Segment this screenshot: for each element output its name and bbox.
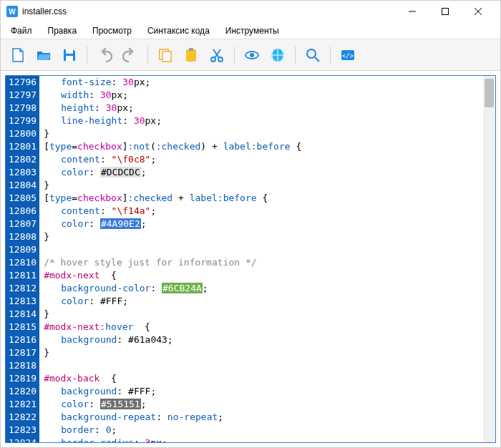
separator (147, 47, 148, 64)
save-icon[interactable] (59, 45, 79, 65)
svg-point-15 (250, 53, 254, 57)
separator (87, 47, 87, 64)
menubar: Файл Правка Просмотр Синтаксис кода Инст… (1, 22, 500, 39)
redo-icon[interactable] (120, 45, 140, 65)
titlebar: W installer.css (1, 1, 500, 22)
menu-view[interactable]: Просмотр (88, 24, 136, 37)
app-icon: W (6, 6, 18, 17)
svg-rect-1 (442, 9, 449, 15)
separator (330, 47, 331, 64)
separator (295, 47, 296, 64)
svg-rect-7 (162, 52, 171, 62)
scrollbar[interactable] (483, 76, 495, 442)
code-icon[interactable]: </> (338, 45, 358, 65)
menu-edit[interactable]: Правка (44, 24, 82, 37)
window-title: installer.css (22, 6, 396, 16)
svg-rect-5 (66, 56, 73, 61)
menu-tools[interactable]: Инструменты (221, 24, 283, 37)
svg-line-18 (315, 57, 319, 62)
copy-icon[interactable] (155, 45, 175, 65)
undo-icon[interactable] (94, 45, 115, 65)
scroll-thumb[interactable] (485, 79, 494, 107)
globe-icon[interactable] (268, 45, 288, 65)
menu-file[interactable]: Файл (6, 24, 37, 37)
svg-rect-8 (186, 49, 196, 62)
separator (234, 47, 235, 64)
svg-rect-9 (189, 48, 193, 51)
minimize-button[interactable] (396, 1, 429, 22)
editor[interactable]: 1279612797127981279912800128011280212803… (5, 75, 496, 443)
maximize-button[interactable] (429, 1, 462, 22)
cut-icon[interactable] (207, 45, 227, 65)
open-file-icon[interactable] (34, 45, 54, 65)
line-gutter: 1279612797127981279912800128011280212803… (6, 76, 39, 442)
toolbar: </> (1, 39, 500, 71)
paste-icon[interactable] (181, 45, 201, 65)
code-area[interactable]: font-size: 30px;width: 30px;height: 30px… (39, 76, 495, 442)
preview-icon[interactable] (242, 45, 262, 65)
svg-rect-4 (66, 49, 73, 54)
svg-point-17 (307, 49, 316, 58)
search-icon[interactable] (303, 45, 323, 65)
menu-syntax[interactable]: Синтаксис кода (143, 24, 214, 37)
svg-text:</>: </> (342, 52, 354, 59)
new-file-icon[interactable] (8, 45, 28, 65)
close-button[interactable] (462, 1, 495, 22)
window-controls (396, 1, 495, 22)
